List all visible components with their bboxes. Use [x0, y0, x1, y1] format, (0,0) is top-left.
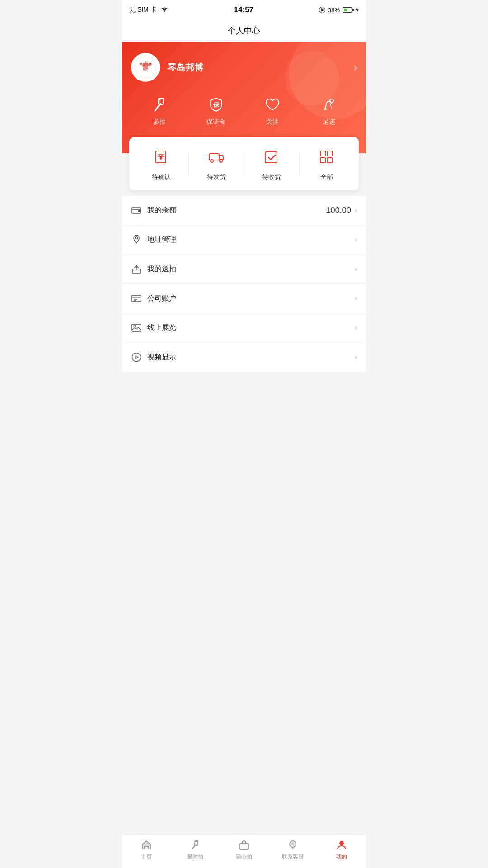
video-label: 视频显示 [147, 353, 176, 362]
menu-video-left: 视频显示 [131, 352, 176, 363]
daiquerren-icon-wrap: ¥ [150, 146, 173, 169]
avatar: 琴岛邦博 拍卖 [131, 53, 160, 82]
lock-icon [319, 7, 325, 13]
guanzhu-label: 关注 [266, 118, 279, 126]
order-item-quanbu[interactable]: 全部 [300, 146, 354, 181]
menu-exhibition-left: 线上展览 [131, 322, 176, 333]
battery-text: 38% [328, 7, 340, 14]
status-right: 38% [319, 7, 359, 14]
svg-line-7 [155, 104, 160, 111]
address-right: › [355, 236, 357, 244]
canpai-icon-wrap [150, 94, 169, 114]
svg-point-19 [220, 160, 222, 162]
order-item-daishouguo[interactable]: 待收货 [244, 146, 299, 181]
svg-rect-17 [209, 154, 219, 160]
svg-rect-21 [320, 151, 325, 156]
location-icon [131, 234, 142, 245]
quanbu-icon-wrap [315, 146, 338, 169]
quick-icon-canpai[interactable]: 参拍 [150, 94, 169, 126]
order-items: ¥ 待确认 待发货 [134, 146, 354, 181]
quick-icon-guanzhu[interactable]: 关注 [263, 94, 282, 126]
receipt-icon: ¥ [151, 147, 171, 167]
exhibition-label: 线上展览 [147, 323, 176, 333]
heart-icon [263, 95, 282, 113]
svg-point-35 [134, 326, 136, 327]
upload-icon [131, 264, 142, 274]
songpai-label: 我的送拍 [147, 264, 176, 274]
order-item-daifahuo[interactable]: 待发货 [189, 146, 244, 181]
svg-text:保: 保 [212, 101, 219, 108]
songpai-right: › [355, 265, 357, 273]
company-label: 公司账户 [147, 294, 176, 303]
daishouguo-icon-wrap [260, 146, 283, 169]
svg-point-10 [330, 99, 333, 103]
company-chevron-icon: › [355, 294, 357, 302]
profile-info[interactable]: 琴岛邦博 拍卖 琴岛邦博 [131, 53, 203, 82]
svg-rect-24 [327, 158, 332, 163]
battery-icon [343, 7, 352, 13]
truck-icon [206, 147, 226, 167]
zuji-icon-wrap [319, 94, 339, 114]
svg-line-11 [325, 104, 326, 108]
menu-item-video[interactable]: 视频显示 › [122, 343, 366, 372]
wifi-icon [160, 7, 169, 13]
shield-icon: 保 [207, 95, 225, 113]
id-card-icon [131, 293, 142, 304]
video-right: › [355, 353, 357, 361]
quick-icon-baozhengjin[interactable]: 保 保证金 [206, 94, 226, 126]
baozhengjin-label: 保证金 [206, 118, 225, 126]
quanbu-label: 全部 [320, 173, 333, 181]
menu-item-exhibition[interactable]: 线上展览 › [122, 313, 366, 343]
profile-chevron-icon[interactable]: › [354, 62, 357, 73]
svg-point-18 [211, 160, 213, 162]
daishouguo-label: 待收货 [262, 173, 281, 181]
quick-icons-row: 参拍 保 保证金 关注 [131, 94, 357, 126]
menu-item-company[interactable]: 公司账户 › [122, 284, 366, 313]
address-chevron-icon: › [355, 236, 357, 244]
daifahuo-icon-wrap [205, 146, 228, 169]
svg-point-27 [136, 237, 138, 239]
menu-balance-left: 我的余额 [131, 205, 176, 216]
status-left: 无 SIM 卡 [129, 6, 169, 14]
address-label: 地址管理 [147, 235, 176, 245]
order-item-daiquerren[interactable]: ¥ 待确认 [134, 146, 188, 181]
grid-icon [317, 147, 337, 167]
svg-rect-22 [327, 151, 332, 156]
svg-rect-1 [321, 9, 323, 11]
profile-row: 琴岛邦博 拍卖 琴岛邦博 › [131, 53, 357, 82]
balance-right: 100.00 › [326, 206, 357, 215]
svg-rect-34 [132, 324, 141, 331]
wallet-icon [131, 205, 142, 216]
status-time: 14:57 [234, 5, 253, 14]
hammer-icon [150, 95, 169, 113]
footprint-icon [320, 95, 338, 113]
guanzhu-icon-wrap [263, 94, 282, 114]
quick-icon-zuji[interactable]: 足迹 [319, 94, 339, 126]
balance-value: 100.00 [326, 206, 351, 215]
balance-chevron-icon: › [355, 206, 357, 214]
menu-item-songpai[interactable]: 我的送拍 › [122, 255, 366, 284]
avatar-inner: 琴岛邦博 拍卖 [132, 54, 159, 80]
no-sim-text: 无 SIM 卡 [129, 6, 157, 14]
svg-point-12 [324, 108, 326, 110]
songpai-chevron-icon: › [355, 265, 357, 273]
status-bar: 无 SIM 卡 14:57 38% [122, 0, 366, 20]
svg-rect-20 [265, 152, 277, 163]
order-card: ¥ 待确认 待发货 [129, 137, 359, 190]
daiquerren-label: 待确认 [152, 173, 171, 181]
company-right: › [355, 294, 357, 302]
menu-list: 我的余额 100.00 › 地址管理 › [122, 196, 366, 372]
menu-item-address[interactable]: 地址管理 › [122, 225, 366, 255]
menu-company-left: 公司账户 [131, 293, 176, 304]
daifahuo-label: 待发货 [207, 173, 226, 181]
canpai-label: 参拍 [153, 118, 166, 126]
menu-item-balance[interactable]: 我的余额 100.00 › [122, 196, 366, 225]
svg-point-36 [132, 353, 141, 362]
exhibition-chevron-icon: › [355, 324, 357, 332]
menu-address-left: 地址管理 [131, 234, 176, 245]
package-check-icon [262, 147, 282, 167]
image-icon [131, 322, 142, 333]
baozhengjin-icon-wrap: 保 [206, 94, 226, 114]
menu-songpai-left: 我的送拍 [131, 264, 176, 274]
balance-label: 我的余额 [147, 206, 176, 215]
